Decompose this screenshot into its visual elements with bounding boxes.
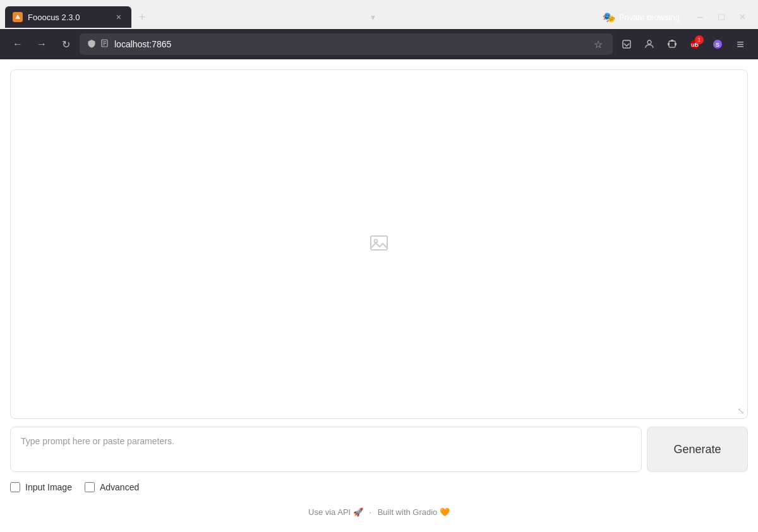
account-button[interactable] xyxy=(639,34,659,54)
tab-close-button[interactable]: × xyxy=(114,11,124,23)
new-tab-button[interactable]: + xyxy=(134,8,151,27)
maximize-button[interactable]: □ xyxy=(711,6,732,28)
menu-button[interactable]: ≡ xyxy=(730,34,750,54)
toolbar-right: uB 1 S ≡ xyxy=(617,34,750,54)
gradio-label: Built with Gradio xyxy=(378,507,438,517)
tab-bar: Fooocus 2.3.0 × + ▾ 🎭 Private browsing –… xyxy=(0,0,758,29)
extensions-icon xyxy=(667,39,677,49)
api-icon: 🚀 xyxy=(353,507,363,517)
footer-separator: · xyxy=(369,507,371,517)
styli-icon: S xyxy=(713,39,723,49)
page-icon xyxy=(101,39,109,49)
private-browsing-label: Private browsing xyxy=(619,13,680,22)
svg-point-6 xyxy=(647,40,651,44)
input-image-label[interactable]: Input Image xyxy=(10,482,72,492)
tab-title: Fooocus 2.3.0 xyxy=(28,13,109,22)
private-browsing-icon: 🎭 xyxy=(603,11,615,23)
generate-button[interactable]: Generate xyxy=(647,427,748,472)
api-label: Use via API xyxy=(308,507,351,517)
svg-rect-10 xyxy=(669,41,675,47)
svg-rect-5 xyxy=(623,40,630,48)
navigation-bar: ← → ↻ localhost:7865 ☆ xyxy=(0,29,758,59)
advanced-text: Advanced xyxy=(100,482,139,492)
svg-text:S: S xyxy=(716,42,719,48)
resize-handle: ⤡ xyxy=(737,406,745,416)
svg-rect-15 xyxy=(371,236,387,250)
gradio-icon: 🧡 xyxy=(440,507,450,517)
ublock-badge: 1 xyxy=(695,35,704,44)
input-image-text: Input Image xyxy=(25,482,72,492)
shield-icon xyxy=(87,39,96,50)
reload-button[interactable]: ↻ xyxy=(56,34,76,54)
advanced-checkbox[interactable] xyxy=(85,482,95,492)
active-tab: Fooocus 2.3.0 × xyxy=(5,6,131,28)
tabs-dropdown-button[interactable]: ▾ xyxy=(366,9,380,25)
advanced-label[interactable]: Advanced xyxy=(85,482,139,492)
bookmark-button[interactable]: ☆ xyxy=(591,37,605,52)
forward-button[interactable]: → xyxy=(32,34,52,54)
back-button[interactable]: ← xyxy=(8,34,28,54)
use-via-api-link[interactable]: Use via API 🚀 xyxy=(308,507,365,517)
extensions-button[interactable] xyxy=(662,34,682,54)
image-placeholder-icon xyxy=(369,233,389,256)
address-bar[interactable]: localhost:7865 ☆ xyxy=(80,33,613,55)
close-window-button[interactable]: × xyxy=(732,6,753,28)
prompt-section: Generate xyxy=(10,427,748,472)
footer: Use via API 🚀 · Built with Gradio 🧡 xyxy=(10,502,748,522)
pocket-icon xyxy=(622,39,632,49)
account-icon xyxy=(644,39,654,49)
image-preview-area: ⤡ xyxy=(10,69,748,419)
url-display: localhost:7865 xyxy=(114,39,586,49)
window-controls: – □ × xyxy=(690,6,753,28)
browser-window: Fooocus 2.3.0 × + ▾ 🎭 Private browsing –… xyxy=(0,0,758,532)
prompt-input[interactable] xyxy=(10,427,642,472)
ublock-button[interactable]: uB 1 xyxy=(685,34,705,54)
address-actions: ☆ xyxy=(591,37,605,52)
input-image-checkbox[interactable] xyxy=(10,482,20,492)
minimize-button[interactable]: – xyxy=(690,6,711,28)
pocket-button[interactable] xyxy=(617,34,637,54)
styli-button[interactable]: S xyxy=(707,34,728,54)
tab-favicon xyxy=(13,12,23,22)
private-browsing-indicator: 🎭 Private browsing xyxy=(595,11,687,23)
svg-marker-0 xyxy=(15,15,20,19)
options-row: Input Image Advanced xyxy=(10,480,748,495)
page-content: ⤡ Generate Input Image Advanced Use via … xyxy=(0,59,758,532)
built-with-gradio-link[interactable]: Built with Gradio 🧡 xyxy=(378,507,450,517)
fooocus-logo-icon xyxy=(15,14,21,20)
